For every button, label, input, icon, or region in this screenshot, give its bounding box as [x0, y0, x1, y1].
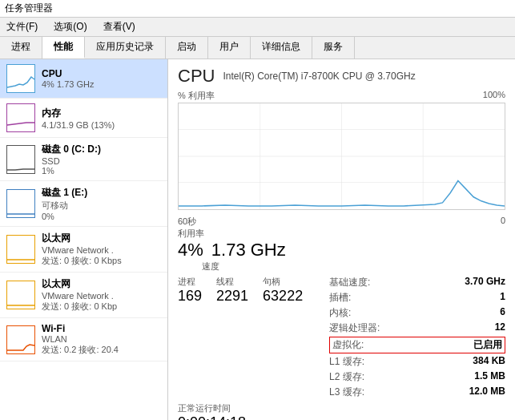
logical-label: 逻辑处理器: — [329, 321, 380, 335]
thread-label: 线程 — [216, 276, 248, 288]
info-logical: 逻辑处理器: 12 — [329, 321, 505, 335]
tab-users[interactable]: 用户 — [208, 37, 251, 59]
tab-process[interactable]: 进程 — [0, 37, 42, 59]
virt-value: 已启用 — [473, 338, 502, 352]
base-speed-label: 基础速度: — [329, 276, 370, 289]
logical-value: 12 — [495, 321, 505, 335]
main-container: CPU 4% 1.73 GHz 内存 4.1/31.9 GB (13%) — [0, 59, 515, 420]
info-section: 基础速度: 3.70 GHz 插槽: 1 内核: 6 逻辑处理器: 12 虚拟 — [329, 276, 505, 399]
uptime-value: 0:00:14:18 — [178, 414, 505, 420]
sidebar-item-memory[interactable]: 内存 4.1/31.9 GB (13%) — [0, 99, 167, 138]
disk0-sidebar-info: 磁盘 0 (C: D:) SSD 1% — [42, 143, 161, 176]
l2-label: L2 缓存: — [329, 370, 364, 384]
info-base-speed: 基础速度: 3.70 GHz — [329, 276, 505, 289]
sidebar-item-disk0[interactable]: 磁盘 0 (C: D:) SSD 1% — [0, 138, 167, 181]
base-speed-value: 3.70 GHz — [465, 276, 505, 289]
cpu-graph-svg — [179, 103, 505, 209]
handle-value: 63222 — [263, 288, 303, 305]
core-label: 内核: — [329, 306, 351, 320]
title-text: 任务管理器 — [5, 2, 53, 14]
info-core: 内核: 6 — [329, 306, 505, 320]
handle-label: 句柄 — [263, 276, 303, 288]
speed-label: 速度 — [202, 260, 219, 273]
wifi-sidebar-info: Wi-Fi WLAN 发送: 0.2 接收: 20.4 — [42, 323, 161, 356]
graph-x-right: 0 — [501, 216, 505, 228]
proc-stat: 进程 169 — [178, 276, 202, 399]
eth0-sidebar-title: 以太网 — [42, 232, 161, 245]
sidebar-item-wifi[interactable]: Wi-Fi WLAN 发送: 0.2 接收: 20.4 — [0, 318, 167, 361]
menu-bar: 文件(F) 选项(O) 查看(V) — [0, 18, 515, 37]
tab-startup[interactable]: 启动 — [166, 37, 208, 59]
eth1-sidebar-line1: VMware Network . — [42, 291, 161, 301]
mem-sidebar-info: 内存 4.1/31.9 GB (13%) — [42, 107, 161, 130]
disk1-sidebar-line2: 0% — [42, 212, 161, 221]
eth1-sidebar-line2: 发送: 0 接收: 0 Kbp — [42, 301, 161, 313]
thread-value: 2291 — [216, 288, 248, 305]
thread-stat: 线程 2291 — [216, 276, 248, 399]
menu-options[interactable]: 选项(O) — [50, 19, 90, 34]
cpu-mini-icon — [6, 64, 35, 93]
util-stat: 利用率 4% 1.73 GHz 速度 — [178, 228, 286, 273]
socket-label: 插槽: — [329, 291, 351, 305]
disk0-sidebar-line1: SSD — [42, 156, 161, 166]
tab-services[interactable]: 服务 — [312, 37, 355, 59]
disk0-sidebar-title: 磁盘 0 (C: D:) — [42, 143, 161, 156]
proc-label: 进程 — [178, 276, 202, 288]
graph-x-left: 60秒 — [178, 216, 196, 228]
sidebar-item-disk1[interactable]: 磁盘 1 (E:) 可移动 0% — [0, 181, 167, 227]
cpu-graph — [178, 103, 505, 210]
panel-title: CPU — [178, 66, 215, 87]
wifi-sidebar-title: Wi-Fi — [42, 323, 161, 334]
wifi-sidebar-line2: 发送: 0.2 接收: 20.4 — [42, 344, 161, 356]
info-l2: L2 缓存: 1.5 MB — [329, 370, 505, 384]
disk1-sidebar-line1: 可移动 — [42, 200, 161, 212]
virt-label: 虚拟化: — [332, 338, 364, 352]
mem-mini-icon — [6, 103, 35, 132]
info-l3: L3 缓存: 12.0 MB — [329, 386, 505, 399]
menu-file[interactable]: 文件(F) — [3, 19, 41, 34]
l1-value: 384 KB — [473, 355, 505, 369]
eth0-sidebar-line2: 发送: 0 接收: 0 Kbps — [42, 255, 161, 267]
eth0-mini-icon — [6, 235, 35, 264]
stats-row2: 进程 169 线程 2291 句柄 63222 基础速度: 3.70 GHz 插… — [178, 276, 505, 399]
eth1-sidebar-title: 以太网 — [42, 277, 161, 291]
eth1-sidebar-info: 以太网 VMware Network . 发送: 0 接收: 0 Kbp — [42, 277, 161, 313]
l2-value: 1.5 MB — [474, 370, 505, 384]
wifi-sidebar-line1: WLAN — [42, 334, 161, 344]
cpu-sidebar-title: CPU — [42, 68, 161, 79]
util-label: 利用率 — [178, 228, 286, 240]
wifi-mini-icon — [6, 325, 35, 354]
tab-details[interactable]: 详细信息 — [251, 37, 312, 59]
right-panel: CPU Intel(R) Core(TM) i7-8700K CPU @ 3.7… — [168, 59, 515, 420]
stats-row1: 利用率 4% 1.73 GHz 速度 — [178, 228, 505, 273]
tab-apphistory[interactable]: 应用历史记录 — [85, 37, 166, 59]
mem-sidebar-title: 内存 — [42, 107, 161, 120]
tab-performance[interactable]: 性能 — [42, 37, 85, 59]
socket-value: 1 — [500, 291, 505, 305]
handle-stat: 句柄 63222 — [263, 276, 303, 399]
l3-value: 12.0 MB — [469, 386, 505, 399]
sidebar-item-cpu[interactable]: CPU 4% 1.73 GHz — [0, 59, 167, 99]
sidebar-item-eth0[interactable]: 以太网 VMware Network . 发送: 0 接收: 0 Kbps — [0, 227, 167, 273]
eth1-mini-icon — [6, 281, 35, 309]
disk1-sidebar-info: 磁盘 1 (E:) 可移动 0% — [42, 186, 161, 221]
graph-y-label: % 利用率 — [178, 90, 215, 102]
disk0-sidebar-line2: 1% — [42, 166, 161, 176]
graph-labels-bottom: 60秒 0 — [178, 216, 505, 228]
cpu-sidebar-info: CPU 4% 1.73 GHz — [42, 68, 161, 89]
eth0-sidebar-info: 以太网 VMware Network . 发送: 0 接收: 0 Kbps — [42, 232, 161, 267]
l3-label: L3 缓存: — [329, 386, 364, 399]
util-value: 4% — [178, 240, 203, 260]
core-value: 6 — [500, 306, 505, 320]
tab-bar: 进程 性能 应用历史记录 启动 用户 详细信息 服务 — [0, 37, 515, 59]
panel-subtitle: Intel(R) Core(TM) i7-8700K CPU @ 3.70GHz — [223, 71, 415, 82]
speed-value: 1.73 GHz — [211, 240, 286, 260]
sidebar: CPU 4% 1.73 GHz 内存 4.1/31.9 GB (13%) — [0, 59, 168, 420]
mem-sidebar-line1: 4.1/31.9 GB (13%) — [42, 120, 161, 130]
l1-label: L1 缓存: — [329, 355, 364, 369]
graph-labels-top: % 利用率 100% — [178, 90, 505, 102]
sidebar-item-eth1[interactable]: 以太网 VMware Network . 发送: 0 接收: 0 Kbp — [0, 273, 167, 318]
disk0-mini-icon — [6, 145, 35, 174]
menu-view[interactable]: 查看(V) — [100, 19, 139, 34]
info-virt: 虚拟化: 已启用 — [329, 337, 505, 353]
